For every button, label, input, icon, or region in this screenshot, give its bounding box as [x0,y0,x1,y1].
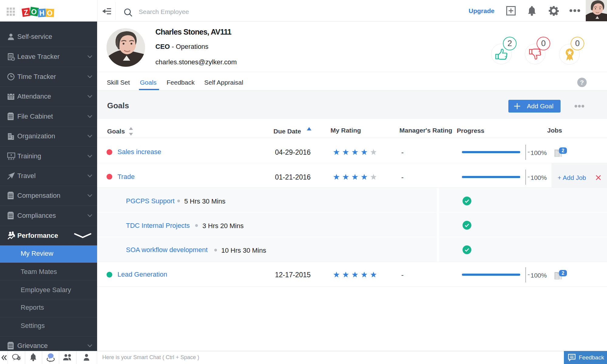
svg-text:O: O [47,9,53,17]
svg-text:H: H [39,9,45,17]
